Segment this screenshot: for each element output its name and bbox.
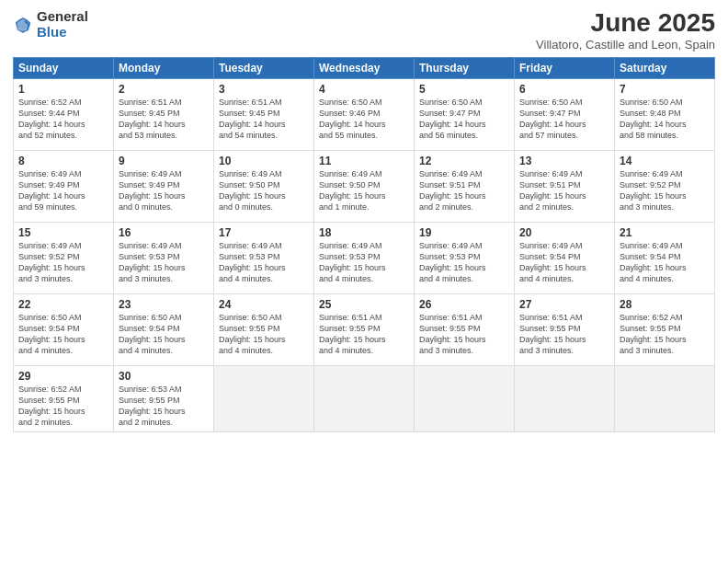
- table-row: 16Sunrise: 6:49 AM Sunset: 9:53 PM Dayli…: [114, 222, 214, 293]
- day-info: Sunrise: 6:49 AM Sunset: 9:54 PM Dayligh…: [519, 240, 609, 285]
- day-number: 16: [119, 226, 209, 239]
- day-info: Sunrise: 6:50 AM Sunset: 9:47 PM Dayligh…: [419, 97, 509, 142]
- table-row: 4Sunrise: 6:50 AM Sunset: 9:46 PM Daylig…: [314, 78, 415, 150]
- day-number: 23: [119, 298, 209, 311]
- day-info: Sunrise: 6:51 AM Sunset: 9:45 PM Dayligh…: [219, 97, 309, 142]
- table-row: 5Sunrise: 6:50 AM Sunset: 9:47 PM Daylig…: [415, 78, 515, 150]
- day-info: Sunrise: 6:50 AM Sunset: 9:54 PM Dayligh…: [18, 312, 108, 357]
- day-info: Sunrise: 6:49 AM Sunset: 9:50 PM Dayligh…: [319, 168, 409, 213]
- day-number: 19: [419, 226, 509, 239]
- day-number: 22: [18, 298, 108, 311]
- title-block: June 2025 Villatoro, Castille and Leon, …: [536, 9, 715, 52]
- day-info: Sunrise: 6:52 AM Sunset: 9:55 PM Dayligh…: [620, 312, 710, 357]
- day-number: 25: [319, 298, 409, 311]
- day-info: Sunrise: 6:50 AM Sunset: 9:46 PM Dayligh…: [319, 97, 409, 142]
- table-row: 19Sunrise: 6:49 AM Sunset: 9:53 PM Dayli…: [415, 222, 515, 293]
- day-number: 10: [219, 155, 309, 167]
- header-friday: Friday: [515, 57, 615, 78]
- calendar-week-row: 29Sunrise: 6:52 AM Sunset: 9:55 PM Dayli…: [14, 365, 715, 432]
- table-row: 25Sunrise: 6:51 AM Sunset: 9:55 PM Dayli…: [314, 293, 415, 365]
- day-number: 21: [620, 226, 710, 239]
- day-info: Sunrise: 6:49 AM Sunset: 9:49 PM Dayligh…: [18, 168, 108, 213]
- header-tuesday: Tuesday: [214, 57, 314, 78]
- day-number: 12: [419, 155, 509, 167]
- table-row: 21Sunrise: 6:49 AM Sunset: 9:54 PM Dayli…: [615, 222, 715, 293]
- table-row: 27Sunrise: 6:51 AM Sunset: 9:55 PM Dayli…: [515, 293, 615, 365]
- day-number: 5: [419, 83, 509, 96]
- table-row: 2Sunrise: 6:51 AM Sunset: 9:45 PM Daylig…: [114, 78, 214, 150]
- table-row: 11Sunrise: 6:49 AM Sunset: 9:50 PM Dayli…: [314, 150, 415, 222]
- day-number: 3: [219, 83, 309, 96]
- day-info: Sunrise: 6:52 AM Sunset: 9:55 PM Dayligh…: [18, 384, 108, 429]
- page-container: General Blue June 2025 Villatoro, Castil…: [0, 0, 728, 563]
- table-row: 26Sunrise: 6:51 AM Sunset: 9:55 PM Dayli…: [415, 293, 515, 365]
- table-row: 3Sunrise: 6:51 AM Sunset: 9:45 PM Daylig…: [214, 78, 314, 150]
- logo-icon: [13, 15, 33, 35]
- logo-text: General Blue: [37, 9, 88, 40]
- calendar-week-row: 8Sunrise: 6:49 AM Sunset: 9:49 PM Daylig…: [14, 150, 715, 222]
- day-number: 17: [219, 226, 309, 239]
- table-row: 12Sunrise: 6:49 AM Sunset: 9:51 PM Dayli…: [415, 150, 515, 222]
- day-info: Sunrise: 6:49 AM Sunset: 9:50 PM Dayligh…: [219, 168, 309, 213]
- day-info: Sunrise: 6:51 AM Sunset: 9:55 PM Dayligh…: [519, 312, 609, 357]
- header-monday: Monday: [114, 57, 214, 78]
- day-info: Sunrise: 6:49 AM Sunset: 9:53 PM Dayligh…: [419, 240, 509, 285]
- day-info: Sunrise: 6:49 AM Sunset: 9:49 PM Dayligh…: [119, 168, 209, 213]
- table-row: 29Sunrise: 6:52 AM Sunset: 9:55 PM Dayli…: [14, 365, 114, 432]
- day-info: Sunrise: 6:52 AM Sunset: 9:44 PM Dayligh…: [18, 97, 108, 142]
- day-number: 15: [18, 226, 108, 239]
- header-wednesday: Wednesday: [314, 57, 415, 78]
- day-number: 8: [18, 155, 108, 167]
- day-info: Sunrise: 6:51 AM Sunset: 9:55 PM Dayligh…: [419, 312, 509, 357]
- header-thursday: Thursday: [415, 57, 515, 78]
- table-row: 22Sunrise: 6:50 AM Sunset: 9:54 PM Dayli…: [14, 293, 114, 365]
- logo: General Blue: [13, 9, 88, 40]
- day-number: 29: [18, 370, 108, 383]
- table-row: 28Sunrise: 6:52 AM Sunset: 9:55 PM Dayli…: [615, 293, 715, 365]
- day-number: 4: [319, 83, 409, 96]
- table-row: 24Sunrise: 6:50 AM Sunset: 9:55 PM Dayli…: [214, 293, 314, 365]
- table-row: 14Sunrise: 6:49 AM Sunset: 9:52 PM Dayli…: [615, 150, 715, 222]
- table-row: 15Sunrise: 6:49 AM Sunset: 9:52 PM Dayli…: [14, 222, 114, 293]
- table-row: 20Sunrise: 6:49 AM Sunset: 9:54 PM Dayli…: [515, 222, 615, 293]
- day-info: Sunrise: 6:49 AM Sunset: 9:51 PM Dayligh…: [519, 168, 609, 213]
- day-number: 7: [620, 83, 710, 96]
- table-row: 1Sunrise: 6:52 AM Sunset: 9:44 PM Daylig…: [14, 78, 114, 150]
- day-info: Sunrise: 6:49 AM Sunset: 9:53 PM Dayligh…: [319, 240, 409, 285]
- day-info: Sunrise: 6:53 AM Sunset: 9:55 PM Dayligh…: [119, 384, 209, 429]
- table-row: [615, 365, 715, 432]
- calendar-header-row: Sunday Monday Tuesday Wednesday Thursday…: [14, 57, 715, 78]
- day-info: Sunrise: 6:49 AM Sunset: 9:51 PM Dayligh…: [419, 168, 509, 213]
- table-row: 8Sunrise: 6:49 AM Sunset: 9:49 PM Daylig…: [14, 150, 114, 222]
- day-info: Sunrise: 6:50 AM Sunset: 9:54 PM Dayligh…: [119, 312, 209, 357]
- day-info: Sunrise: 6:49 AM Sunset: 9:53 PM Dayligh…: [219, 240, 309, 285]
- table-row: [415, 365, 515, 432]
- calendar-table: Sunday Monday Tuesday Wednesday Thursday…: [13, 57, 715, 433]
- calendar-week-row: 1Sunrise: 6:52 AM Sunset: 9:44 PM Daylig…: [14, 78, 715, 150]
- subtitle: Villatoro, Castille and Leon, Spain: [536, 38, 715, 52]
- table-row: [314, 365, 415, 432]
- table-row: 23Sunrise: 6:50 AM Sunset: 9:54 PM Dayli…: [114, 293, 214, 365]
- header-saturday: Saturday: [615, 57, 715, 78]
- table-row: 10Sunrise: 6:49 AM Sunset: 9:50 PM Dayli…: [214, 150, 314, 222]
- day-number: 26: [419, 298, 509, 311]
- day-number: 27: [519, 298, 609, 311]
- table-row: [515, 365, 615, 432]
- table-row: 7Sunrise: 6:50 AM Sunset: 9:48 PM Daylig…: [615, 78, 715, 150]
- day-info: Sunrise: 6:50 AM Sunset: 9:47 PM Dayligh…: [519, 97, 609, 142]
- day-info: Sunrise: 6:50 AM Sunset: 9:55 PM Dayligh…: [219, 312, 309, 357]
- day-number: 13: [519, 155, 609, 167]
- header-sunday: Sunday: [14, 57, 114, 78]
- table-row: [214, 365, 314, 432]
- calendar-week-row: 15Sunrise: 6:49 AM Sunset: 9:52 PM Dayli…: [14, 222, 715, 293]
- table-row: 30Sunrise: 6:53 AM Sunset: 9:55 PM Dayli…: [114, 365, 214, 432]
- table-row: 9Sunrise: 6:49 AM Sunset: 9:49 PM Daylig…: [114, 150, 214, 222]
- day-info: Sunrise: 6:49 AM Sunset: 9:53 PM Dayligh…: [119, 240, 209, 285]
- header: General Blue June 2025 Villatoro, Castil…: [13, 9, 715, 52]
- table-row: 18Sunrise: 6:49 AM Sunset: 9:53 PM Dayli…: [314, 222, 415, 293]
- day-number: 18: [319, 226, 409, 239]
- day-number: 9: [119, 155, 209, 167]
- table-row: 6Sunrise: 6:50 AM Sunset: 9:47 PM Daylig…: [515, 78, 615, 150]
- day-info: Sunrise: 6:51 AM Sunset: 9:55 PM Dayligh…: [319, 312, 409, 357]
- day-info: Sunrise: 6:50 AM Sunset: 9:48 PM Dayligh…: [620, 97, 710, 142]
